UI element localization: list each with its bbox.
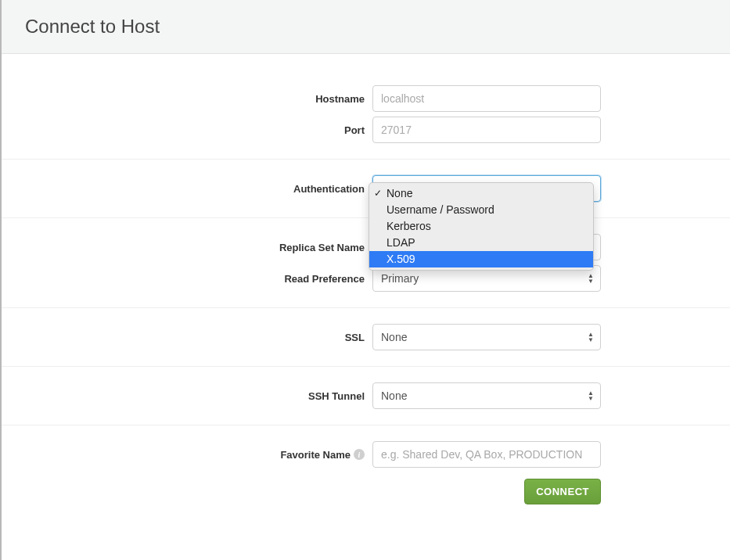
authentication-dropdown[interactable]: None Username / Password Kerberos LDAP X… (369, 182, 594, 271)
auth-option-userpass[interactable]: Username / Password (369, 202, 593, 218)
ssl-label: SSL (2, 332, 365, 343)
section-replica: Replica Set Name Read Preference Primary… (2, 218, 730, 308)
auth-option-ldap[interactable]: LDAP (369, 235, 593, 251)
section-ssh: SSH Tunnel None ▲▼ (2, 367, 730, 425)
panel-header: Connect to Host (2, 0, 730, 54)
auth-option-none[interactable]: None (369, 185, 593, 202)
connect-panel: Connect to Host Hostname Port Authentica… (0, 0, 730, 560)
connect-button[interactable]: CONNECT (524, 479, 601, 504)
section-favorite: Favorite Name i CONNECT (2, 425, 730, 515)
hostname-input[interactable] (372, 85, 601, 112)
chevron-updown-icon: ▲▼ (588, 391, 595, 401)
readpref-label: Read Preference (2, 273, 365, 285)
section-ssl: SSL None ▲▼ (2, 308, 730, 367)
chevron-updown-icon: ▲▼ (588, 332, 595, 343)
readpref-value: Primary (381, 272, 419, 285)
page-title: Connect to Host (25, 16, 730, 38)
ssh-label: SSH Tunnel (2, 390, 365, 402)
port-input[interactable] (372, 117, 601, 143)
chevron-updown-icon: ▲▼ (588, 274, 595, 284)
section-auth: Authentication ▲▼ (2, 160, 730, 218)
replica-label: Replica Set Name (2, 242, 365, 253)
favorite-label-text: Favorite Name (280, 449, 351, 461)
favorite-label: Favorite Name i (2, 449, 365, 461)
favorite-input[interactable] (372, 441, 601, 468)
ssl-value: None (381, 331, 407, 343)
authentication-label: Authentication (2, 183, 365, 195)
section-host: Hostname Port (2, 54, 730, 160)
port-label: Port (2, 124, 365, 136)
ssl-select[interactable]: None ▲▼ (372, 324, 601, 350)
ssh-value: None (381, 389, 407, 402)
ssh-select[interactable]: None ▲▼ (372, 382, 601, 409)
info-icon[interactable]: i (354, 449, 365, 460)
auth-option-x509[interactable]: X.509 (369, 251, 593, 267)
hostname-label: Hostname (2, 93, 365, 105)
auth-option-kerberos[interactable]: Kerberos (369, 218, 593, 235)
